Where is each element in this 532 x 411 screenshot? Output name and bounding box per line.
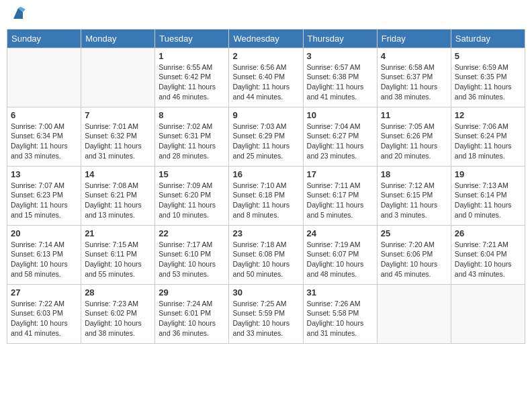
day-detail: Sunrise: 7:15 AM Sunset: 6:11 PM Dayligh…: [85, 240, 151, 279]
calendar-cell: 5Sunrise: 6:59 AM Sunset: 6:35 PM Daylig…: [451, 48, 525, 107]
day-detail: Sunrise: 7:06 AM Sunset: 6:24 PM Dayligh…: [455, 122, 521, 161]
day-number: 11: [381, 110, 447, 120]
calendar-week-row: 20Sunrise: 7:14 AM Sunset: 6:13 PM Dayli…: [7, 225, 525, 284]
day-detail: Sunrise: 7:23 AM Sunset: 6:02 PM Dayligh…: [85, 299, 151, 338]
day-number: 3: [307, 51, 373, 61]
logo: [9, 7, 26, 25]
day-detail: Sunrise: 7:21 AM Sunset: 6:04 PM Dayligh…: [455, 240, 521, 279]
calendar-cell: 4Sunrise: 6:58 AM Sunset: 6:37 PM Daylig…: [377, 48, 451, 107]
day-detail: Sunrise: 7:22 AM Sunset: 6:03 PM Dayligh…: [11, 299, 77, 338]
day-number: 26: [455, 228, 521, 238]
calendar-cell: 27Sunrise: 7:22 AM Sunset: 6:03 PM Dayli…: [7, 284, 81, 343]
day-number: 12: [455, 110, 521, 120]
day-number: 22: [159, 228, 225, 238]
day-number: 17: [307, 169, 373, 179]
day-detail: Sunrise: 7:18 AM Sunset: 6:08 PM Dayligh…: [232, 240, 299, 279]
day-detail: Sunrise: 6:55 AM Sunset: 6:42 PM Dayligh…: [159, 62, 225, 102]
weekday-header-friday: Friday: [377, 29, 451, 48]
day-number: 27: [11, 287, 77, 298]
calendar-cell: 2Sunrise: 6:56 AM Sunset: 6:40 PM Daylig…: [229, 48, 303, 107]
day-detail: Sunrise: 7:17 AM Sunset: 6:10 PM Dayligh…: [159, 240, 225, 279]
day-number: 28: [85, 287, 151, 298]
day-number: 21: [85, 228, 151, 238]
day-detail: Sunrise: 6:57 AM Sunset: 6:38 PM Dayligh…: [307, 62, 373, 102]
calendar-cell: 25Sunrise: 7:20 AM Sunset: 6:06 PM Dayli…: [377, 225, 451, 284]
day-number: 29: [159, 287, 225, 298]
day-number: 18: [381, 169, 447, 179]
calendar-week-row: 13Sunrise: 7:07 AM Sunset: 6:23 PM Dayli…: [7, 166, 525, 225]
calendar-cell: 13Sunrise: 7:07 AM Sunset: 6:23 PM Dayli…: [7, 166, 81, 225]
day-detail: Sunrise: 7:26 AM Sunset: 5:58 PM Dayligh…: [307, 299, 373, 338]
weekday-header-sunday: Sunday: [7, 29, 81, 48]
day-number: 7: [85, 110, 151, 120]
calendar-cell: 17Sunrise: 7:11 AM Sunset: 6:17 PM Dayli…: [303, 166, 377, 225]
day-number: 9: [232, 110, 299, 120]
day-detail: Sunrise: 7:07 AM Sunset: 6:23 PM Dayligh…: [11, 181, 77, 220]
day-number: 13: [11, 169, 77, 179]
day-number: 15: [159, 169, 225, 179]
calendar-cell: 28Sunrise: 7:23 AM Sunset: 6:02 PM Dayli…: [81, 284, 155, 343]
calendar-cell: 30Sunrise: 7:25 AM Sunset: 5:59 PM Dayli…: [229, 284, 303, 343]
calendar-cell: 10Sunrise: 7:04 AM Sunset: 6:27 PM Dayli…: [303, 107, 377, 166]
day-number: 30: [232, 287, 299, 298]
day-detail: Sunrise: 7:09 AM Sunset: 6:20 PM Dayligh…: [159, 181, 225, 220]
logo-icon: [11, 7, 26, 21]
day-detail: Sunrise: 7:00 AM Sunset: 6:34 PM Dayligh…: [11, 122, 77, 161]
calendar-cell: 22Sunrise: 7:17 AM Sunset: 6:10 PM Dayli…: [155, 225, 229, 284]
calendar-cell: 29Sunrise: 7:24 AM Sunset: 6:01 PM Dayli…: [155, 284, 229, 343]
day-number: 16: [232, 169, 299, 179]
day-number: 4: [381, 51, 447, 61]
weekday-header-monday: Monday: [81, 29, 155, 48]
weekday-header-wednesday: Wednesday: [229, 29, 303, 48]
calendar-cell: 3Sunrise: 6:57 AM Sunset: 6:38 PM Daylig…: [303, 48, 377, 107]
calendar-week-row: 27Sunrise: 7:22 AM Sunset: 6:03 PM Dayli…: [7, 284, 525, 343]
calendar-cell: 9Sunrise: 7:03 AM Sunset: 6:29 PM Daylig…: [229, 107, 303, 166]
calendar-cell: 15Sunrise: 7:09 AM Sunset: 6:20 PM Dayli…: [155, 166, 229, 225]
day-number: 2: [232, 51, 299, 61]
day-number: 19: [455, 169, 521, 179]
day-number: 20: [11, 228, 77, 238]
day-detail: Sunrise: 7:20 AM Sunset: 6:06 PM Dayligh…: [381, 240, 447, 279]
day-detail: Sunrise: 7:13 AM Sunset: 6:14 PM Dayligh…: [455, 181, 521, 220]
day-number: 6: [11, 110, 77, 120]
calendar-cell: 23Sunrise: 7:18 AM Sunset: 6:08 PM Dayli…: [229, 225, 303, 284]
page-header: [7, 7, 525, 25]
calendar-cell: 16Sunrise: 7:10 AM Sunset: 6:18 PM Dayli…: [229, 166, 303, 225]
day-detail: Sunrise: 7:10 AM Sunset: 6:18 PM Dayligh…: [232, 181, 299, 220]
day-detail: Sunrise: 7:12 AM Sunset: 6:15 PM Dayligh…: [381, 181, 447, 220]
day-number: 14: [85, 169, 151, 179]
day-number: 24: [307, 228, 373, 238]
calendar-cell: 18Sunrise: 7:12 AM Sunset: 6:15 PM Dayli…: [377, 166, 451, 225]
day-detail: Sunrise: 7:24 AM Sunset: 6:01 PM Dayligh…: [159, 299, 225, 338]
calendar-cell: 1Sunrise: 6:55 AM Sunset: 6:42 PM Daylig…: [155, 48, 229, 107]
calendar-cell: 7Sunrise: 7:01 AM Sunset: 6:32 PM Daylig…: [81, 107, 155, 166]
calendar-cell: 8Sunrise: 7:02 AM Sunset: 6:31 PM Daylig…: [155, 107, 229, 166]
day-number: 8: [159, 110, 225, 120]
day-number: 25: [381, 228, 447, 238]
day-detail: Sunrise: 6:59 AM Sunset: 6:35 PM Dayligh…: [455, 62, 521, 102]
calendar-cell: 14Sunrise: 7:08 AM Sunset: 6:21 PM Dayli…: [81, 166, 155, 225]
calendar-cell: 11Sunrise: 7:05 AM Sunset: 6:26 PM Dayli…: [377, 107, 451, 166]
calendar-cell: [81, 48, 155, 107]
day-detail: Sunrise: 7:08 AM Sunset: 6:21 PM Dayligh…: [85, 181, 151, 220]
day-number: 23: [232, 228, 299, 238]
calendar-cell: 6Sunrise: 7:00 AM Sunset: 6:34 PM Daylig…: [7, 107, 81, 166]
day-detail: Sunrise: 6:58 AM Sunset: 6:37 PM Dayligh…: [381, 62, 447, 102]
day-number: 10: [307, 110, 373, 120]
calendar-table: SundayMondayTuesdayWednesdayThursdayFrid…: [7, 29, 525, 344]
weekday-header-saturday: Saturday: [451, 29, 525, 48]
day-detail: Sunrise: 7:01 AM Sunset: 6:32 PM Dayligh…: [85, 122, 151, 161]
day-detail: Sunrise: 7:04 AM Sunset: 6:27 PM Dayligh…: [307, 122, 373, 161]
calendar-cell: [451, 284, 525, 343]
day-detail: Sunrise: 6:56 AM Sunset: 6:40 PM Dayligh…: [232, 62, 299, 102]
calendar-cell: 20Sunrise: 7:14 AM Sunset: 6:13 PM Dayli…: [7, 225, 81, 284]
calendar-cell: 31Sunrise: 7:26 AM Sunset: 5:58 PM Dayli…: [303, 284, 377, 343]
calendar-cell: 24Sunrise: 7:19 AM Sunset: 6:07 PM Dayli…: [303, 225, 377, 284]
weekday-header-tuesday: Tuesday: [155, 29, 229, 48]
day-number: 31: [307, 287, 373, 298]
day-detail: Sunrise: 7:05 AM Sunset: 6:26 PM Dayligh…: [381, 122, 447, 161]
calendar-week-row: 6Sunrise: 7:00 AM Sunset: 6:34 PM Daylig…: [7, 107, 525, 166]
calendar-cell: [377, 284, 451, 343]
calendar-cell: [7, 48, 81, 107]
calendar-week-row: 1Sunrise: 6:55 AM Sunset: 6:42 PM Daylig…: [7, 48, 525, 107]
